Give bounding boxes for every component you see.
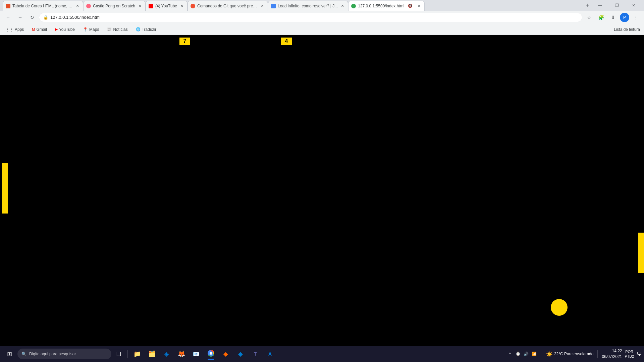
taskbar-app-vscode-blue[interactable]: ◆ — [234, 347, 247, 361]
bookmark-maps-label: Maps — [89, 27, 99, 32]
tab-castle-pong[interactable]: Castle Pong on Scratch ✕ — [83, 1, 146, 11]
bookmark-noticias[interactable]: 📰 Notícias — [106, 26, 129, 33]
tab-favicon-load — [271, 4, 276, 8]
tab-close-youtube[interactable]: ✕ — [179, 3, 184, 9]
settings-button[interactable]: ⋮ — [631, 12, 641, 23]
back-button[interactable]: ← — [3, 12, 13, 23]
tab-close-tabela[interactable]: ✕ — [75, 3, 80, 9]
language-indicator[interactable]: PORPTB2 — [625, 349, 634, 359]
taskbar-divider-3 — [597, 350, 598, 358]
restore-button[interactable]: ❐ — [609, 0, 625, 11]
apps-icon: ⋮⋮ — [5, 27, 13, 32]
svg-point-1 — [210, 352, 212, 355]
taskbar-app-azure[interactable]: A — [263, 347, 277, 361]
task-view-button[interactable]: ❑ — [113, 347, 125, 361]
tab-localhost[interactable]: 127.0.0.1:5500/index.html 🔇 ✕ — [348, 1, 425, 11]
nav-right-buttons: ☆ 🧩 ⬇ P ⋮ — [584, 12, 641, 23]
tab-tabela-cores[interactable]: Tabela de Cores HTML (nome, h... ✕ — [3, 1, 83, 11]
tab-title-tabela: Tabela de Cores HTML (nome, h... — [12, 4, 73, 8]
tab-git[interactable]: Comandos do Git que você prec... ✕ — [187, 1, 268, 11]
notification-center-button[interactable]: 🗨 — [637, 351, 641, 357]
bookmark-star-button[interactable]: ☆ — [584, 12, 594, 23]
traduzir-icon: 🌐 — [136, 27, 141, 32]
taskbar-divider-2 — [542, 350, 542, 358]
bookmark-apps-label: Apps — [15, 27, 24, 32]
tab-close-git[interactable]: ✕ — [260, 3, 265, 9]
youtube-icon: ▶ — [55, 27, 58, 32]
bookmark-gmail-label: Gmail — [37, 27, 47, 32]
tab-close-load[interactable]: ✕ — [340, 3, 345, 9]
tab-title-castle: Castle Pong on Scratch — [93, 4, 135, 8]
taskbar-search-placeholder: Digite aqui para pesquisar — [29, 352, 76, 356]
taskbar-app-vscode-orange[interactable]: ◆ — [219, 347, 232, 361]
paddle-right — [638, 233, 644, 273]
task-view-icon: ❑ — [116, 351, 121, 357]
weather-icon: ☀️ — [546, 351, 553, 357]
tab-close-localhost[interactable]: ✕ — [416, 3, 422, 9]
tab-load-infinito[interactable]: Load infinito, como resolver? | J... ✕ — [268, 1, 348, 11]
taskbar: ⊞ 🔍 Digite aqui para pesquisar ❑ 📁 🗂️ ◈ … — [0, 346, 644, 362]
new-tab-button[interactable]: + — [583, 1, 592, 10]
tab-favicon-localhost — [351, 4, 356, 8]
bookmark-apps[interactable]: ⋮⋮ Apps — [4, 26, 25, 33]
clock-display[interactable]: 14:22 06/07/2021 — [602, 348, 622, 360]
bookmark-gmail[interactable]: M Gmail — [31, 26, 48, 33]
tab-title-localhost: 127.0.0.1:5500/index.html — [358, 4, 404, 8]
ball — [551, 299, 568, 316]
teams-icon: T — [254, 351, 257, 357]
firefox-icon: 🦊 — [178, 350, 185, 358]
network-icon[interactable]: 📶 — [531, 351, 538, 357]
tray-icons: ⌚ 🔊 📶 — [515, 351, 538, 357]
clock-date: 06/07/2021 — [602, 354, 622, 360]
azure-icon: A — [268, 351, 272, 357]
profile-button[interactable]: P — [620, 13, 629, 22]
lock-icon: 🔒 — [43, 15, 48, 20]
bookmark-maps[interactable]: 📍 Maps — [82, 26, 100, 33]
taskbar-app-chrome[interactable] — [204, 347, 218, 361]
taskbar-app-mail[interactable]: 🗂️ — [145, 347, 159, 361]
edge-icon: ◈ — [164, 350, 169, 358]
tray-icon-1[interactable]: ⌚ — [515, 351, 522, 357]
forward-button[interactable]: → — [15, 12, 25, 23]
tab-title-youtube: (4) YouTube — [155, 4, 177, 8]
title-bar: Tabela de Cores HTML (nome, h... ✕ Castl… — [0, 0, 644, 11]
tab-mute-localhost[interactable]: 🔇 — [406, 2, 414, 10]
taskbar-app-explorer[interactable]: 📁 — [130, 347, 144, 361]
tab-close-castle[interactable]: ✕ — [137, 3, 143, 9]
tabs-container: Tabela de Cores HTML (nome, h... ✕ Castl… — [3, 0, 582, 11]
windows-logo-icon: ⊞ — [7, 350, 12, 358]
chrome-icon — [208, 350, 214, 358]
taskbar-app-outlook[interactable]: 📧 — [190, 347, 203, 361]
volume-icon[interactable]: 🔊 — [523, 351, 530, 357]
window-controls: — ❐ ✕ — [592, 0, 641, 11]
extensions-button[interactable]: 🧩 — [596, 12, 606, 23]
taskbar-search-icon: 🔍 — [21, 352, 26, 356]
bookmarks-bar: ⋮⋮ Apps M Gmail ▶ YouTube 📍 Maps 📰 Notíc… — [0, 24, 644, 35]
minimize-button[interactable]: — — [592, 0, 608, 11]
bookmark-youtube[interactable]: ▶ YouTube — [54, 26, 76, 33]
paddle-left — [2, 163, 8, 214]
tray-overflow-button[interactable]: ^ — [508, 351, 512, 357]
taskbar-app-firefox[interactable]: 🦊 — [175, 347, 188, 361]
bookmark-traduzir[interactable]: 🌐 Traduzir — [135, 26, 158, 33]
taskbar-search[interactable]: 🔍 Digite aqui para pesquisar — [17, 349, 111, 359]
address-text: 127.0.0.1:5500/index.html — [50, 15, 578, 20]
tab-youtube[interactable]: (4) YouTube ✕ — [146, 1, 187, 11]
taskbar-app-teams[interactable]: T — [249, 347, 262, 361]
noticias-icon: 📰 — [107, 27, 112, 32]
reading-list-button[interactable]: Lista de leitura — [614, 27, 640, 32]
tab-favicon-git — [191, 4, 195, 8]
tab-favicon-youtube — [149, 4, 153, 8]
start-button[interactable]: ⊞ — [3, 347, 16, 361]
bookmark-traduzir-label: Traduzir — [142, 27, 157, 32]
taskbar-app-edge[interactable]: ◈ — [160, 347, 173, 361]
downloads-button[interactable]: ⬇ — [608, 12, 619, 23]
reload-button[interactable]: ↻ — [27, 12, 38, 23]
address-bar[interactable]: 🔒 127.0.0.1:5500/index.html — [39, 13, 582, 22]
maps-icon: 📍 — [83, 27, 88, 32]
close-button[interactable]: ✕ — [626, 0, 641, 11]
file-explorer-icon: 📁 — [133, 350, 141, 358]
tab-favicon-scratch — [86, 4, 91, 8]
tab-favicon-html — [6, 4, 10, 8]
weather-display[interactable]: ☀️ 22°C Parc ensolarado — [546, 351, 594, 357]
